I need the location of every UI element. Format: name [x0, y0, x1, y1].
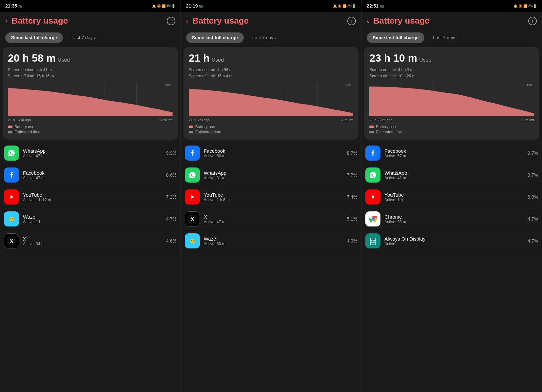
app-item[interactable]: YouTube Active: 1 h 6 m 7.4% [184, 186, 359, 208]
tab-0[interactable]: Since last full charge [5, 32, 63, 43]
app-list: WhatsApp Active: 47 m 9.9% Facebook Acti… [0, 142, 181, 392]
svg-text:100: 100 [165, 84, 170, 87]
app-name: Always On Display [384, 236, 524, 242]
usage-hours: 20 h 58 m [8, 52, 56, 64]
screen-1: 21:35 📷 🔔 🔕 📶 1%🔋 ‹ Battery usage i Sinc… [0, 0, 181, 392]
app-item[interactable]: Chrome Active: 33 m 4.7% [364, 208, 539, 230]
header: ‹ Battery usage i [0, 12, 181, 30]
chart-labels: 21 h 3 m ago 37 m left [189, 118, 354, 122]
app-item[interactable]: 😊 Waze Active: 1 h 4.7% [3, 208, 178, 230]
app-icon-youtube [4, 189, 19, 205]
info-button[interactable]: i [347, 17, 356, 25]
svg-text:100: 100 [527, 84, 532, 87]
app-icon-whatsapp [4, 146, 19, 161]
app-active-time: Active: 56 m [204, 154, 343, 158]
screen-3: 22:51 📷 🔔 🔕 📶 2%🔋 ‹ Battery usage i Sinc… [361, 0, 542, 392]
svg-text:😊: 😊 [9, 217, 14, 222]
app-name: YouTube [23, 192, 162, 198]
legend-estimated-label: Estimated time [14, 130, 40, 134]
legend-battery-dot [189, 126, 193, 128]
usage-details: Screen on time: 4 h 43 m Screen off time… [369, 67, 534, 79]
app-name: X [23, 236, 162, 242]
back-button[interactable]: ‹ [367, 17, 369, 25]
app-active-time: Active: 1 h 6 m [204, 198, 343, 202]
app-active-time: Active: 47 m [23, 154, 162, 158]
app-item[interactable]: YouTube Active: 1 h 12 m 7.2% [3, 186, 178, 208]
status-bar: 22:51 📷 🔔 🔕 📶 2%🔋 [361, 0, 542, 12]
app-icon-youtube [365, 189, 380, 205]
app-icon-facebook [365, 146, 380, 161]
stats-card: 21 h Used Screen on time: 4 h 56 m Scree… [184, 47, 359, 140]
app-item[interactable]: 12 Always On Display Active: 4.7% [364, 230, 539, 252]
app-active-time: Active: [384, 242, 524, 246]
app-name: WhatsApp [204, 170, 343, 176]
app-item[interactable]: WhatsApp Active: 31 m 7.7% [184, 164, 359, 186]
battery-chart: 100 0% [8, 83, 173, 116]
tab-1[interactable]: Last 7 days [427, 32, 462, 43]
chart-labels: 21 h 15 m ago 12 m left [8, 118, 173, 122]
app-icon-waze: 😊 [185, 233, 200, 248]
app-list: Facebook Active: 57 m 9.7% WhatsApp Acti… [361, 142, 542, 392]
app-percent: 4.6% [166, 238, 177, 244]
app-percent: 9.7% [528, 150, 538, 156]
svg-text:12: 12 [371, 239, 375, 243]
svg-text:𝕏: 𝕏 [10, 238, 14, 244]
app-icon-x-twitter: 𝕏 [185, 211, 200, 226]
legend-battery-label: Battery use [376, 125, 396, 129]
app-icon-x-twitter: 𝕏 [4, 233, 19, 248]
app-percent: 8.6% [166, 172, 177, 178]
app-item[interactable]: WhatsApp Active: 47 m 9.9% [3, 142, 178, 164]
header: ‹ Battery usage i [181, 12, 361, 30]
info-button[interactable]: i [167, 17, 175, 25]
app-icon-whatsapp [185, 167, 200, 183]
app-info: X Active: 34 m [23, 236, 162, 246]
back-button[interactable]: ‹ [186, 17, 188, 25]
tab-1[interactable]: Last 7 days [246, 32, 282, 43]
info-button[interactable]: i [528, 17, 537, 25]
app-item[interactable]: Facebook Active: 56 m 8.7% [184, 142, 359, 164]
usage-time: 20 h 58 m Used [8, 52, 173, 64]
status-bar: 21:35 📷 🔔 🔕 📶 1%🔋 [0, 0, 181, 12]
app-info: WhatsApp Active: 47 m [23, 148, 162, 158]
app-item[interactable]: YouTube Active: 1 h 6.9% [364, 186, 539, 208]
legend-estimated-dot [189, 131, 193, 133]
svg-text:100: 100 [346, 84, 351, 87]
app-name: Facebook [23, 170, 162, 176]
battery-chart: 100 0% [369, 83, 534, 116]
tab-0[interactable]: Since last full charge [186, 32, 244, 43]
app-percent: 9.7% [528, 172, 538, 178]
tab-0[interactable]: Since last full charge [367, 32, 424, 43]
screens-container: 21:35 📷 🔔 🔕 📶 1%🔋 ‹ Battery usage i Sinc… [0, 0, 542, 392]
app-info: WhatsApp Active: 42 m [384, 170, 524, 180]
battery-chart: 100 0% [189, 83, 354, 116]
app-active-time: Active: 57 m [384, 154, 524, 158]
app-percent: 8.7% [347, 150, 357, 156]
app-icon-facebook [185, 146, 200, 161]
app-percent: 4.7% [528, 238, 538, 244]
chart-labels: 23 h 22 m ago 25 m left [369, 118, 534, 122]
app-info: WhatsApp Active: 31 m [204, 170, 343, 180]
app-active-time: Active: 1 h [23, 220, 162, 224]
app-item[interactable]: Facebook Active: 57 m 9.7% [364, 142, 539, 164]
chart-start-label: 21 h 3 m ago [189, 118, 210, 122]
chart-legend: Battery use Estimated time [189, 125, 354, 134]
app-item[interactable]: 😊 Waze Active: 50 m 4.0% [184, 230, 359, 252]
legend-estimated-dot [8, 131, 12, 133]
legend-estimated: Estimated time [8, 130, 173, 134]
usage-time: 23 h 10 m Used [369, 52, 534, 64]
screen-2: 21:19 📷 🔔 🔕 📶 3%🔋 ‹ Battery usage i Sinc… [181, 0, 362, 392]
app-item[interactable]: Facebook Active: 47 m 8.6% [3, 164, 178, 186]
app-item[interactable]: 𝕏 X Active: 34 m 4.6% [3, 230, 178, 252]
chart-end-label: 25 m left [520, 118, 534, 122]
back-button[interactable]: ‹ [5, 17, 8, 25]
screen-off-time: Screen off time: 16 h 4 m [189, 73, 354, 79]
status-time: 22:51 📷 [367, 3, 384, 9]
app-item[interactable]: 𝕏 X Active: 47 m 5.1% [184, 208, 359, 230]
status-icons: 🔔 🔕 📶 1%🔋 [152, 4, 175, 8]
tab-1[interactable]: Last 7 days [66, 32, 101, 43]
app-item[interactable]: WhatsApp Active: 42 m 9.7% [364, 164, 539, 186]
chart-legend: Battery use Estimated time [369, 125, 534, 134]
status-bar: 21:19 📷 🔔 🔕 📶 3%🔋 [181, 0, 361, 12]
screen-off-time: Screen off time: 16 h 16 m [8, 73, 173, 79]
stats-card: 20 h 58 m Used Screen on time: 4 h 41 m … [3, 47, 178, 140]
